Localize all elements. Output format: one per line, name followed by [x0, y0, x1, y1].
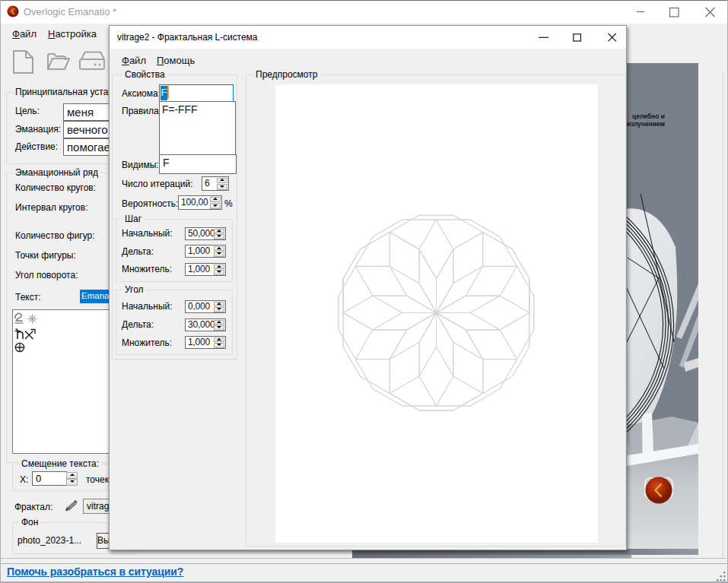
svg-text:излучением: излучением — [627, 120, 665, 128]
svg-text:целебно и: целебно и — [632, 112, 665, 120]
